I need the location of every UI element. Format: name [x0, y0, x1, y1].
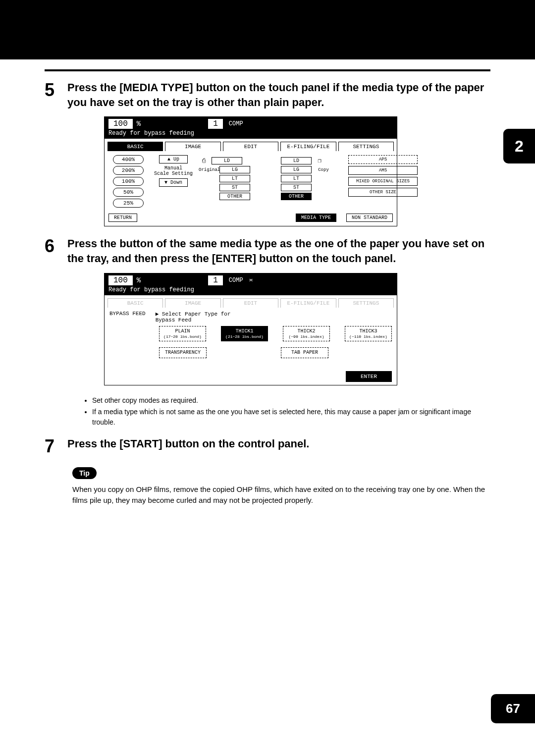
aps-button[interactable]: APS	[348, 155, 418, 164]
zoom-50[interactable]: 50%	[113, 188, 144, 197]
manual-scale-label: ManualScale Setting	[154, 165, 193, 176]
tip-text: When you copy on OHP films, remove the c…	[72, 484, 490, 506]
tab-settings[interactable]: SETTINGS	[338, 298, 394, 308]
copy-lg[interactable]: LG	[281, 166, 312, 173]
tab-efiling[interactable]: E-FILING/FILE	[280, 142, 336, 151]
copy-other[interactable]: OTHER	[281, 193, 312, 200]
percent-label: %	[137, 276, 141, 284]
transparency-button[interactable]: TRANSPARENCY	[159, 347, 207, 358]
tab-edit[interactable]: EDIT	[223, 298, 278, 308]
orig-lt[interactable]: LT	[219, 175, 250, 182]
zoom-value: 100	[108, 275, 133, 285]
tab-settings[interactable]: SETTINGS	[338, 142, 394, 151]
plain-button[interactable]: PLAIN(17~20 lbs.bond)	[159, 326, 206, 342]
copy-lt[interactable]: LT	[281, 175, 312, 182]
copy-icon: ❐	[315, 157, 324, 164]
orig-lg[interactable]: LG	[219, 166, 250, 173]
step-text: Press the [START] button on the control …	[67, 436, 309, 451]
page-number: 67	[491, 694, 535, 723]
zoom-value: 100	[108, 119, 133, 129]
original-icon: ⎙	[199, 158, 209, 164]
comp-mode: COMP	[229, 277, 243, 284]
return-button[interactable]: RETURN	[108, 214, 137, 222]
media-type-button[interactable]: MEDIA TYPE	[296, 214, 336, 222]
tab-basic[interactable]: BASIC	[107, 298, 163, 308]
mixed-sizes-button[interactable]: MIXED ORIGINAL SIZES	[348, 177, 418, 186]
zoom-100[interactable]: 100%	[113, 177, 144, 186]
ams-button[interactable]: AMS	[348, 166, 418, 175]
other-size-button[interactable]: OTHER SIZE	[348, 188, 418, 197]
select-paper-type-prompt: Select Paper Type for Bypass Feed	[156, 311, 231, 323]
zoom-preset-column: 400% 200% 100% 50% 25%	[108, 155, 148, 208]
step-text: Press the button of the same media type …	[67, 236, 490, 266]
staple-icon: ≍	[249, 276, 253, 284]
original-size-column: ⎙LD OriginalLG LT ST OTHER	[199, 157, 278, 200]
note-item: If a media type which is not same as the…	[92, 407, 490, 428]
horizontal-rule	[45, 69, 490, 71]
step-text: Press the [MEDIA TYPE] button on the tou…	[67, 80, 490, 109]
copy-count: 1	[208, 275, 223, 285]
step-6-notes: Set other copy modes as required. If a m…	[72, 395, 490, 428]
thick1-button[interactable]: THICK1(21~28 lbs.bond)	[221, 326, 268, 342]
panel-status-bar: 100 % 1 COMP Ready for bypass feeding	[105, 117, 397, 139]
tab-paper-button[interactable]: TAB PAPER	[281, 347, 328, 358]
bypass-feed-label: BYPASS FEED	[109, 311, 146, 317]
orig-st[interactable]: ST	[219, 184, 250, 191]
note-item: Set other copy modes as required.	[92, 395, 490, 406]
tab-image[interactable]: IMAGE	[165, 298, 220, 308]
step-6: 6 Press the button of the same media typ…	[45, 236, 490, 266]
copy-count: 1	[208, 119, 223, 129]
panel-status-bar: 100 % 1 COMP ≍ Ready for bypass feeding	[105, 273, 397, 295]
comp-mode: COMP	[229, 120, 243, 127]
tip-badge: Tip	[72, 467, 97, 479]
panel-footer: RETURN MEDIA TYPE NON STANDARD	[105, 212, 397, 226]
step-number: 6	[45, 236, 67, 255]
copy-size-column: LD❐ LGCopy LT ST OTHER	[281, 157, 345, 200]
step-7: 7 Press the [START] button on the contro…	[45, 436, 490, 455]
status-text: Ready for bypass feeding	[108, 130, 393, 137]
copy-ld[interactable]: LD	[281, 157, 312, 164]
touch-panel-zoom-size: 100 % 1 COMP Ready for bypass feeding BA…	[104, 116, 397, 226]
step-5: 5 Press the [MEDIA TYPE] button on the t…	[45, 80, 490, 109]
panel-tabs: BASIC IMAGE EDIT E-FILING/FILE SETTINGS	[105, 295, 397, 308]
zoom-200[interactable]: 200%	[113, 166, 144, 175]
copy-label: Copy	[315, 167, 332, 172]
thick3-button[interactable]: THICK3(~110 lbs.index)	[345, 326, 392, 342]
tab-efiling[interactable]: E-FILING/FILE	[280, 298, 336, 308]
thick2-button[interactable]: THICK2(~90 lbs.index)	[283, 326, 330, 342]
orig-other[interactable]: OTHER	[219, 193, 250, 200]
step-number: 5	[45, 80, 67, 99]
touch-panel-media-type: 100 % 1 COMP ≍ Ready for bypass feeding …	[104, 273, 397, 386]
tab-image[interactable]: IMAGE	[165, 142, 220, 151]
status-text: Ready for bypass feeding	[108, 286, 393, 293]
zoom-25[interactable]: 25%	[113, 199, 144, 208]
panel-tabs: BASIC IMAGE EDIT E-FILING/FILE SETTINGS	[105, 139, 397, 151]
chapter-side-tab: 2	[503, 129, 535, 163]
copy-st[interactable]: ST	[281, 184, 312, 191]
scale-down-button[interactable]: ▼ Down	[159, 178, 188, 187]
right-options-column: APS AMS MIXED ORIGINAL SIZES OTHER SIZE	[348, 155, 418, 197]
header-black-bar	[0, 0, 535, 59]
step-number: 7	[45, 436, 67, 455]
scale-up-button[interactable]: ▲ Up	[159, 155, 188, 163]
manual-scale-column: ▲ Up ManualScale Setting ▼ Down	[151, 155, 196, 187]
enter-button[interactable]: ENTER	[346, 371, 392, 382]
tab-edit[interactable]: EDIT	[223, 142, 278, 151]
orig-ld[interactable]: LD	[212, 157, 242, 164]
non-standard-button[interactable]: NON STANDARD	[346, 214, 393, 222]
tab-basic[interactable]: BASIC	[107, 142, 163, 151]
zoom-400[interactable]: 400%	[113, 155, 144, 164]
original-label: Original	[199, 167, 216, 172]
percent-label: %	[137, 120, 141, 128]
